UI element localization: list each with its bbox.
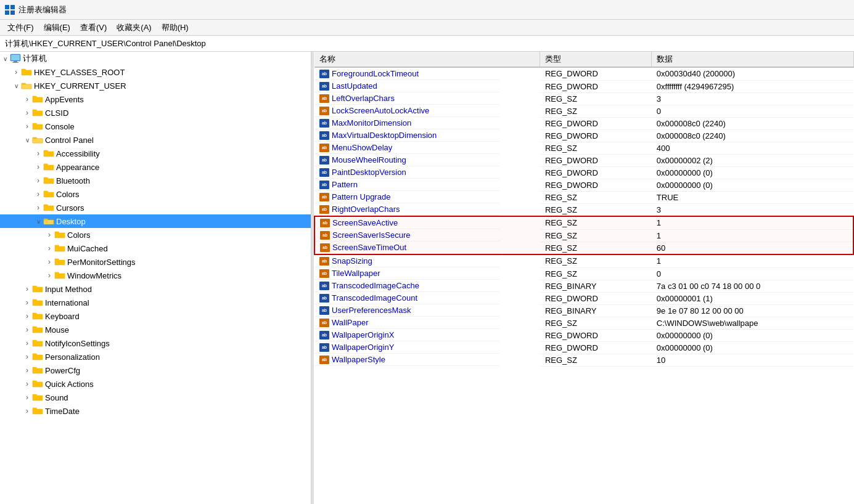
table-row[interactable]: abMaxVirtualDesktopDimensionREG_DWORD0x0… [314,129,853,142]
expand-icon-quickactions[interactable]: › [22,379,32,389]
expand-icon-mouse[interactable]: › [22,325,32,335]
expand-icon-sound[interactable]: › [22,392,32,402]
table-row[interactable]: abTranscodedImageCountREG_DWORD0x0000000… [314,292,853,304]
svg-rect-0 [5,5,9,9]
folder-icon-permonitorsettings [54,257,65,267]
table-row[interactable]: abLastUpdatedREG_DWORD0xffffffff (429496… [314,80,853,92]
node-label-bluetooth: Bluetooth [56,176,90,185]
table-row[interactable]: abLockScreenAutoLockActiveREG_SZ0 [314,105,853,117]
tree-node-appearance[interactable]: › Appearance [0,160,311,174]
expand-icon-keyboard[interactable]: › [22,311,32,321]
tree-panel[interactable]: ∨ 计算机› HKEY_CLASSES_ROOT∨ HKEY_CURRENT_U… [0,52,311,504]
table-row[interactable]: abLeftOverlapCharsREG_SZ3 [314,92,853,105]
tree-node-permonitorsettings[interactable]: › PerMonitorSettings [0,255,311,269]
tree-node-hkcu[interactable]: ∨ HKEY_CURRENT_USER [0,79,311,92]
expand-icon-muicached[interactable]: › [44,243,54,253]
table-row[interactable]: abWallpaperOriginXREG_DWORD0x00000000 (0… [314,329,853,341]
tree-node-personalization[interactable]: › Personalization [0,350,311,364]
node-label-hkcu: HKEY_CURRENT_USER [34,81,126,91]
expand-icon-permonitorsettings[interactable]: › [44,257,54,267]
tree-node-console[interactable]: › Console [0,120,311,133]
tree-node-inputmethod[interactable]: › Input Method [0,282,311,296]
expand-icon-inputmethod[interactable]: › [22,284,32,294]
node-label-controlpanel: Control Panel [45,136,94,145]
expand-icon-appearance[interactable]: › [33,162,43,172]
expand-icon-international[interactable]: › [22,298,32,307]
tree-node-desktopcolors[interactable]: › Colors [0,228,311,242]
col-name[interactable]: 名称 [314,52,540,67]
menu-favorites[interactable]: 收藏夹(A) [112,21,156,35]
tree-node-computer[interactable]: ∨ 计算机 [0,52,311,65]
expand-icon-personalization[interactable]: › [22,352,32,362]
tree-node-desktop[interactable]: ∨ Desktop [0,214,311,228]
tree-node-keyboard[interactable]: › Keyboard [0,309,311,323]
table-row[interactable]: abMouseWheelRoutingREG_DWORD0x00000002 (… [314,154,853,166]
tree-node-timedate[interactable]: › TimeDate [0,404,311,418]
table-row[interactable]: abMaxMonitorDimensionREG_DWORD0x000008c0… [314,117,853,129]
expand-icon-powercfg[interactable]: › [22,365,32,375]
reg-data: 0x000008c0 (2240) [652,117,853,129]
table-row[interactable]: abPaintDesktopVersionREG_DWORD0x00000000… [314,166,853,179]
expand-icon-hkcr[interactable]: › [11,67,21,77]
tree-node-clsid[interactable]: › CLSID [0,106,311,120]
expand-icon-windowmetrics[interactable]: › [44,270,54,280]
expand-icon-accessibility[interactable]: › [33,148,43,158]
table-row[interactable]: abForegroundLockTimeoutREG_DWORD0x00030d… [314,67,853,80]
tree-node-powercfg[interactable]: › PowerCfg [0,364,311,377]
tree-node-quickactions[interactable]: › Quick Actions [0,377,311,391]
col-type[interactable]: 类型 [540,52,652,67]
table-row[interactable]: abTranscodedImageCacheREG_BINARY7a c3 01… [314,280,853,292]
expand-icon-hkcu[interactable]: ∨ [11,81,21,91]
tree-node-sound[interactable]: › Sound [0,391,311,404]
expand-icon-notifyiconsettings[interactable]: › [22,338,32,348]
tree-node-windowmetrics[interactable]: › WindowMetrics [0,269,311,282]
expand-icon-timedate[interactable]: › [22,406,32,416]
col-data[interactable]: 数据 [652,52,853,67]
tree-node-bluetooth[interactable]: › Bluetooth [0,174,311,187]
table-row[interactable]: abMenuShowDelayREG_SZ400 [314,142,853,154]
table-row[interactable]: abScreenSaveActiveREG_SZ1 [314,216,853,229]
table-row[interactable]: abSnapSizingREG_SZ1 [314,254,853,267]
expand-icon-desktop[interactable]: ∨ [33,216,43,226]
expand-icon-appevents[interactable]: › [22,94,32,104]
expand-icon-bluetooth[interactable]: › [33,176,43,185]
expand-icon-colors[interactable]: › [33,189,43,199]
tree-node-muicached[interactable]: › MuiCached [0,242,311,255]
registry-panel[interactable]: 名称 类型 数据 abForegroundLockTimeoutREG_DWOR… [314,52,854,504]
node-label-cursors: Cursors [56,203,84,213]
table-row[interactable]: abUserPreferencesMaskREG_BINARY9e 1e 07 … [314,304,853,317]
tree-node-appevents[interactable]: › AppEvents [0,92,311,106]
tree-node-notifyiconsettings[interactable]: › NotifyIconSettings [0,336,311,350]
tree-node-cursors[interactable]: › Cursors [0,201,311,214]
table-row[interactable]: abPatternREG_DWORD0x00000000 (0) [314,179,853,191]
reg-type: REG_DWORD [540,117,652,129]
tree-node-controlpanel[interactable]: ∨ Control Panel [0,133,311,147]
table-row[interactable]: abTileWallpaperREG_SZ0 [314,267,853,280]
expand-icon-controlpanel[interactable]: ∨ [22,135,32,145]
menu-help[interactable]: 帮助(H) [157,21,194,35]
menu-edit[interactable]: 编辑(E) [39,21,75,35]
tree-node-colors[interactable]: › Colors [0,187,311,201]
table-row[interactable]: abWallPaperREG_SZC:\WINDOWS\web\wallpape [314,317,853,329]
expand-icon-clsid[interactable]: › [22,108,32,118]
tree-node-accessibility[interactable]: › Accessibility [0,147,311,160]
expand-icon-desktopcolors[interactable]: › [44,230,54,240]
reg-data: 0x00000000 (0) [652,329,853,341]
menu-view[interactable]: 查看(V) [75,21,112,35]
tree-node-hkcr[interactable]: › HKEY_CLASSES_ROOT [0,65,311,79]
table-row[interactable]: abRightOverlapCharsREG_SZ3 [314,203,853,216]
menu-file[interactable]: 文件(F) [2,21,39,35]
reg-data: 0x00000002 (2) [652,154,853,166]
table-row[interactable]: abWallpaperStyleREG_SZ10 [314,354,853,366]
tree-node-mouse[interactable]: › Mouse [0,323,311,336]
table-row[interactable]: abPattern UpgradeREG_SZTRUE [314,191,853,203]
reg-data: 0x00000001 (1) [652,292,853,304]
table-row[interactable]: abWallpaperOriginYREG_DWORD0x00000000 (0… [314,341,853,354]
tree-node-international[interactable]: › International [0,296,311,309]
expand-icon-computer[interactable]: ∨ [0,54,10,63]
reg-data: 0x000008c0 (2240) [652,129,853,142]
expand-icon-console[interactable]: › [22,121,32,131]
table-row[interactable]: abScreenSaveTimeOutREG_SZ60 [314,242,853,254]
table-row[interactable]: abScreenSaverIsSecureREG_SZ1 [314,229,853,242]
expand-icon-cursors[interactable]: › [33,203,43,213]
